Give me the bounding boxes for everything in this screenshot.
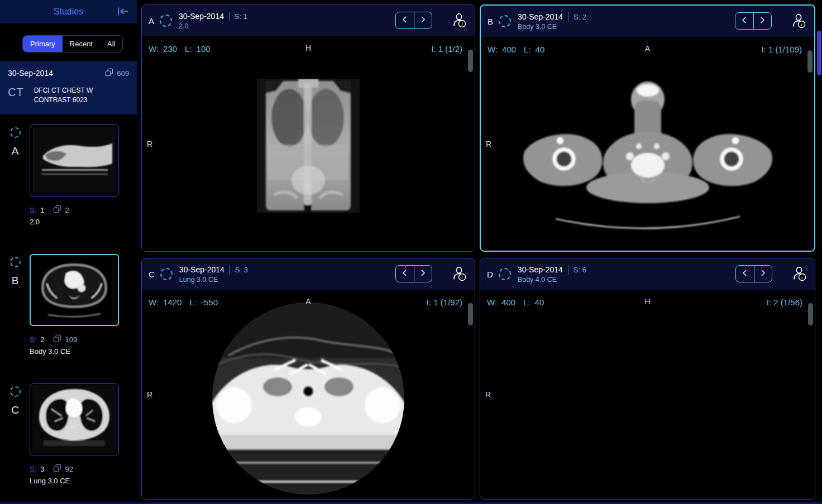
- viewport-assignment-letter: C: [7, 404, 23, 416]
- window-level-overlay: W:400L:40: [487, 297, 544, 307]
- next-series-button[interactable]: [414, 12, 432, 28]
- level-value: 100: [197, 44, 211, 54]
- ct-axial-neck-image: [503, 78, 793, 237]
- stack-scrollbar-thumb[interactable]: [468, 303, 473, 325]
- viewport-letter: C: [149, 270, 155, 279]
- tab-all[interactable]: All: [100, 36, 122, 52]
- previous-series-button[interactable]: [736, 266, 754, 282]
- collapse-panel-button[interactable]: [116, 6, 130, 18]
- orientation-marker-left: R: [486, 140, 491, 148]
- patient-info-button[interactable]: i: [791, 13, 806, 30]
- study-header-row: 30-Sep-2014 609: [8, 68, 129, 78]
- viewport-canvas[interactable]: W:400L:40 A I: 1 (1/109) R: [481, 37, 814, 251]
- viewport-header: D 30-Sep-2014 S: 6 Body 4.0 CE: [480, 258, 815, 290]
- series-number: 2: [40, 335, 44, 344]
- study-list-item[interactable]: 30-Sep-2014 609 CT DFCI CT CHEST W CONTR…: [0, 61, 137, 114]
- previous-series-button[interactable]: [396, 266, 414, 282]
- series-thumbnail-b: B: [0, 253, 137, 371]
- level-label: L:: [524, 45, 531, 54]
- study-instance-count: 609: [105, 68, 129, 78]
- patient-info-button[interactable]: i: [791, 266, 807, 283]
- series-meta: S: 1 2: [30, 205, 69, 215]
- studies-sidebar: Studies Primary Recent All 30-Sep-2014: [0, 0, 137, 504]
- series-number: 1: [40, 206, 44, 214]
- previous-series-button[interactable]: [396, 12, 414, 28]
- tab-recent[interactable]: Recent: [63, 36, 100, 52]
- thumbnail-gutter: C: [7, 386, 23, 416]
- viewport-series-description: Body 4.0 CE: [518, 276, 586, 284]
- tab-primary[interactable]: Primary: [23, 36, 63, 52]
- study-description: DFCI CT CHEST W CONTRAST 6023: [34, 86, 118, 105]
- next-series-button[interactable]: [754, 13, 772, 29]
- level-value: 40: [535, 297, 544, 307]
- viewport-series-description: 2.0: [179, 22, 247, 30]
- instance-stack-icon: [53, 205, 61, 215]
- study-count-value: 609: [117, 69, 129, 78]
- orientation-marker-left: R: [485, 390, 491, 399]
- viewport-assignment-letter: A: [7, 145, 23, 157]
- viewport-series-info: 30-Sep-2014 S: 2 Body 3.0 CE: [518, 12, 586, 31]
- window-value: 400: [502, 45, 516, 54]
- chevron-left-icon: [742, 270, 747, 278]
- window-label: W:: [487, 297, 497, 307]
- study-filter-tabs: Primary Recent All: [22, 35, 123, 52]
- series-label: S:: [30, 206, 36, 214]
- viewport-series-info: 30-Sep-2014 S: 1 2.0: [179, 12, 247, 30]
- stack-scrollbar-thumb[interactable]: [808, 303, 813, 325]
- image-index-overlay: I: 1 (1/109): [761, 45, 802, 54]
- instance-count: 2: [65, 206, 69, 214]
- viewport-header: B 30-Sep-2014 S: 2 Body 3.0 CE: [481, 6, 814, 37]
- ct-axial-lung-image: [212, 302, 405, 497]
- thumbnail-image-button[interactable]: [30, 383, 119, 455]
- chevron-left-icon: [402, 270, 407, 278]
- series-nav-buttons: [735, 265, 772, 282]
- viewport-canvas[interactable]: W:230L:100 H I: 1 (1/2) R: [142, 36, 475, 251]
- chevron-right-icon: [761, 270, 766, 278]
- instance-stack-icon: [53, 464, 61, 474]
- instance-count: 109: [65, 335, 78, 344]
- scout-thumbnail-image: [33, 127, 116, 195]
- divider: [229, 12, 230, 21]
- level-value: 40: [536, 45, 545, 54]
- next-series-button[interactable]: [754, 266, 772, 282]
- page-scrollbar-thumb[interactable]: [817, 31, 821, 75]
- series-meta: S: 2 109: [30, 334, 77, 344]
- series-nav-buttons: [395, 12, 432, 29]
- series-description: 2.0: [30, 218, 40, 226]
- viewport-letter: B: [488, 17, 493, 26]
- series-nav-buttons: [395, 265, 432, 282]
- study-modality: CT: [8, 86, 24, 99]
- stack-scrollbar-thumb[interactable]: [468, 50, 473, 72]
- status-tracking-circle-icon: [10, 257, 21, 267]
- stack-scrollbar-thumb[interactable]: [807, 50, 813, 73]
- status-tracking-circle-icon: [10, 127, 21, 138]
- chevron-right-icon: [760, 17, 765, 25]
- thumbnail-gutter: B: [7, 257, 23, 287]
- status-tracking-circle-icon: [499, 268, 511, 280]
- series-description: Body 3.0 CE: [30, 347, 70, 356]
- viewer-app: Studies Primary Recent All 30-Sep-2014: [0, 0, 822, 504]
- image-index-overlay: I: 1 (1/92): [427, 297, 462, 307]
- viewport-assignment-letter: B: [7, 275, 23, 287]
- orientation-marker-top: H: [644, 297, 650, 306]
- thumbnail-image-button[interactable]: [30, 124, 119, 196]
- image-index-overlay: I: 1 (1/2): [431, 44, 462, 54]
- orientation-marker-left: R: [147, 390, 152, 399]
- window-level-overlay: W:400L:40: [488, 45, 544, 54]
- patient-info-button[interactable]: i: [451, 266, 467, 283]
- window-level-overlay: W:230L:100: [149, 44, 211, 54]
- viewport-canvas[interactable]: W:400L:40 H I: 2 (1/56) R: [480, 290, 815, 499]
- viewport-canvas[interactable]: W:1420L:-550 A I: 1 (1/92) R: [142, 290, 475, 499]
- thumbnail-image-button[interactable]: [30, 254, 119, 326]
- window-label: W:: [149, 297, 159, 307]
- sidebar-header: Studies: [0, 0, 137, 25]
- status-tracking-circle-icon: [10, 386, 21, 397]
- viewport-a: A 30-Sep-2014 S: 1 2.0: [141, 4, 475, 252]
- window-label: W:: [149, 44, 159, 54]
- next-series-button[interactable]: [414, 266, 432, 282]
- chevron-right-icon: [420, 270, 426, 278]
- divider: [568, 265, 568, 275]
- patient-info-button[interactable]: i: [451, 12, 467, 30]
- instance-stack-icon: [53, 334, 61, 344]
- previous-series-button[interactable]: [735, 13, 754, 29]
